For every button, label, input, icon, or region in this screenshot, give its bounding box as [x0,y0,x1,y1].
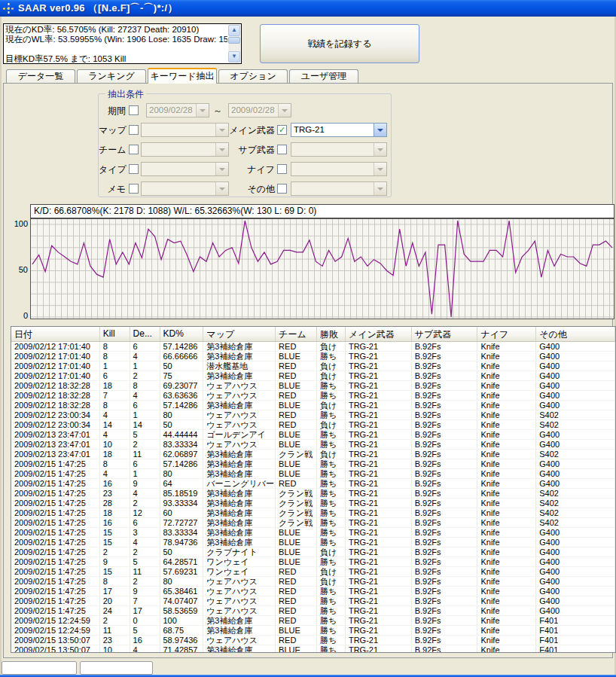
table-row[interactable]: 2009/02/15 13:50:0710471.42857第3補給倉庫BLUE… [11,645,615,653]
table-row[interactable]: 2009/02/15 1:47:2516964バーニングリバーRED勝ちTRG-… [11,479,615,489]
table-row[interactable]: 2009/02/15 1:47:25181260第3補給倉庫クラン戦勝ちTRG-… [11,508,615,518]
tab-keyword-extract[interactable]: キーワード抽出 [148,68,217,84]
table-cell: 71.42857 [160,645,204,653]
tab-data-list[interactable]: データ一覧 [6,69,75,84]
table-cell: 2009/02/15 12:24:59 [11,626,100,636]
record-results-button[interactable]: 戦績を記録する [260,24,419,63]
column-header-8[interactable]: サブ武器 [412,327,478,341]
table-cell: 9 [130,479,160,489]
table-cell: 勝ち [317,587,346,596]
period-label: 期間 [99,105,126,117]
table-cell: B.92Fs [412,508,478,518]
table-row[interactable]: 2009/02/15 1:47:2515478.94736第3補給倉庫BLUE勝… [11,538,615,547]
scroll-up-icon[interactable]: ▲ [228,25,240,36]
table-cell: TRG-21 [346,361,412,371]
table-row[interactable]: 2009/02/15 12:24:5920100第3補給倉庫RED勝ちTRG-2… [11,616,615,626]
table-cell: BLUE [276,401,317,410]
table-cell: 2009/02/13 23:47:01 [11,450,100,459]
column-header-10[interactable]: その他 [536,327,615,341]
table-row[interactable]: 2009/02/15 1:47:258280ウェアハウスRED負けTRG-21B… [11,577,615,587]
column-header-5[interactable]: チーム [276,327,317,341]
type-label: タイプ [99,163,126,176]
scroll-down-icon[interactable]: ▼ [228,51,240,63]
column-header-4[interactable]: マップ [203,327,276,341]
sub-weapon-checkbox[interactable] [277,145,287,154]
table-row[interactable]: 2009/02/12 17:01:408657.14286第3補給倉庫RED負け… [11,342,615,352]
table-cell: Knife [477,352,536,361]
table-row[interactable]: 2009/02/15 13:50:07231658.97436ウェアハウスRED… [11,636,615,645]
table-row[interactable]: 2009/02/15 1:47:25151157.69231ワンウェイRED負け… [11,567,615,577]
table-cell: 20 [100,596,130,606]
table-cell: 15 [100,538,130,547]
table-row[interactable]: 2009/02/12 23:00:34141450ウェアハウスRED負けTRG-… [11,420,615,430]
tab-ranking[interactable]: ランキング [77,69,146,84]
table-cell: 50 [160,547,204,557]
table-row[interactable]: 2009/02/12 23:00:344180ウェアハウスRED勝ちTRG-21… [11,410,615,420]
table-cell: 100 [160,616,204,626]
table-cell: 65.38461 [160,587,204,596]
main-weapon-dropdown[interactable]: TRG-21 [291,123,387,137]
table-cell: 2009/02/12 18:32:28 [11,401,100,410]
type-checkbox[interactable] [129,164,139,174]
table-cell: G400 [536,557,615,567]
other-checkbox[interactable] [277,184,287,194]
chevron-down-icon[interactable] [374,124,386,136]
main-weapon-checkbox[interactable] [277,125,287,135]
table-row[interactable]: 2009/02/12 18:32:287463.63636ウェアハウスRED勝ち… [11,391,615,401]
table-cell: G400 [536,538,615,547]
table-row[interactable]: 2009/02/15 1:47:2515383.33334第3補給倉庫BLUE勝… [11,528,615,538]
tab-user-management[interactable]: ユーザ管理 [289,69,358,84]
column-header-7[interactable]: メイン武器 [346,327,412,341]
table-cell: TRG-21 [346,391,412,401]
table-row[interactable]: 2009/02/15 1:47:259564.28571ワンウェイBLUE勝ちT… [11,557,615,567]
table-row[interactable]: 2009/02/15 1:47:258657.14286第3補給倉庫BLUE勝ち… [11,459,615,469]
table-row[interactable]: 2009/02/15 1:47:2517965.38461ウェアハウスRED勝ち… [11,587,615,596]
table-cell: 負け [317,401,346,410]
chevron-down-icon [374,182,386,195]
table-row[interactable]: 2009/02/13 23:47:0110283.33334ウェアハウスBLUE… [11,440,615,450]
table-row[interactable]: 2009/02/15 1:47:2528293.33334第3補給倉庫クラン戦勝… [11,499,615,508]
column-header-2[interactable]: De... [130,327,160,341]
period-checkbox[interactable] [129,105,139,115]
table-row[interactable]: 2009/02/15 1:47:2516672.72727第3補給倉庫クラン戦勝… [11,518,615,528]
table-row[interactable]: 2009/02/13 23:47:014544.44444ゴールデンアイBLUE… [11,430,615,440]
table-row[interactable]: 2009/02/15 1:47:252250クラブナイトBLUE負けTRG-21… [11,547,615,557]
table-cell: TRG-21 [346,420,412,430]
table-row[interactable]: 2009/02/15 1:47:2523485.18519第3補給倉庫クラン戦勝… [11,489,615,499]
table-row[interactable]: 2009/02/12 18:32:2818869.23077ウェアハウスBLUE… [11,381,615,391]
table-cell: 80 [160,469,204,479]
table-row[interactable]: 2009/02/12 17:01:408466.66666第3補給倉庫BLUE勝… [11,352,615,361]
period-to-value: 2009/02/28 [231,105,275,114]
tab-options[interactable]: オプション [218,69,288,84]
map-checkbox[interactable] [129,125,139,135]
column-header-0[interactable]: 日付 [11,327,100,341]
stats-summary-box[interactable]: 現在のKD率: 56.5705% (Kill: 27237 Death: 209… [3,23,242,64]
table-cell: B.92Fs [412,479,478,489]
table-row[interactable]: 2009/02/15 12:24:5911568.75第3補給倉庫BLUE勝ちT… [11,626,615,636]
table-cell: TRG-21 [346,636,412,645]
table-cell: G400 [536,430,615,440]
stats-scrollbar[interactable]: ▲ ▼ [228,25,240,63]
table-header-row[interactable]: 日付KillDe...KD%マップチーム勝敗メイン武器サブ武器ナイフその他 [11,327,615,342]
table-cell: Knife [477,479,536,489]
scroll-thumb[interactable] [228,37,240,44]
table-row[interactable]: 2009/02/12 17:01:406275第3補給倉庫RED負けTRG-21… [11,371,615,381]
column-header-3[interactable]: KD% [160,327,204,341]
column-header-9[interactable]: ナイフ [477,327,536,341]
team-checkbox[interactable] [129,145,139,154]
table-row[interactable]: 2009/02/15 1:47:254180第3補給倉庫BLUE勝ちTRG-21… [11,469,615,479]
table-row[interactable]: 2009/02/12 17:01:401150潜水艦基地RED負けTRG-21B… [11,361,615,371]
table-row[interactable]: 2009/02/12 18:32:288657.14286第3補給倉庫BLUE負… [11,401,615,410]
table-row[interactable]: 2009/02/15 1:47:2520774.07407ウェアハウスRED勝ち… [11,596,615,606]
column-header-6[interactable]: 勝敗 [317,327,346,341]
knife-checkbox[interactable] [277,164,287,174]
table-cell: 2009/02/15 1:47:25 [11,596,100,606]
table-row[interactable]: 2009/02/15 1:47:25241758.53659ウェアハウスRED勝… [11,606,615,616]
column-header-1[interactable]: Kill [100,327,130,341]
title-bar[interactable]: SAAR ver0.96 （[N.e.F]⌒-⌒)*:/） [0,0,616,17]
memo-checkbox[interactable] [129,184,139,194]
table-cell: RED [276,391,317,401]
table-cell: 2009/02/15 1:47:25 [11,538,100,547]
table-row[interactable]: 2009/02/13 23:47:01181162.06897第3補給倉庫クラン… [11,450,615,459]
table-cell: 15 [100,528,130,538]
